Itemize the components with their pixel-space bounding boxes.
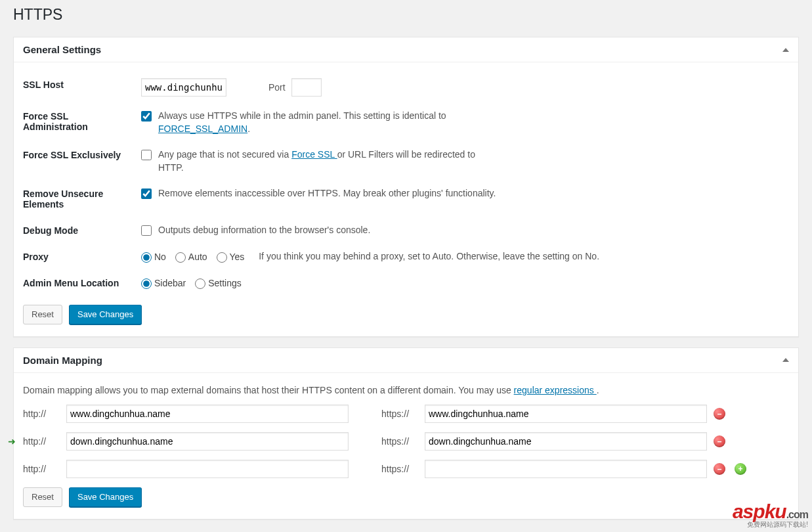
general-settings-panel: General Settings SSL Host Port Force SSL… [13,37,799,337]
https-domain-input[interactable] [425,405,707,423]
http-domain-input[interactable] [66,432,349,451]
reset-button[interactable]: Reset [23,305,62,324]
admin-menu-sidebar-label: Sidebar [154,278,186,288]
remove-row-icon[interactable]: – [714,463,725,475]
remove-row-icon[interactable]: – [714,408,725,420]
http-label: http:// [23,409,60,419]
https-domain-input[interactable] [425,432,707,451]
add-row-icon[interactable]: + [735,463,746,475]
force-ssl-excl-desc: Any page that is not secured via Force S… [158,148,500,174]
domain-mapping-panel: Domain Mapping Domain mapping allows you… [13,347,799,520]
reset-button[interactable]: Reset [23,487,62,507]
https-label: https:// [381,464,418,474]
remove-row-icon[interactable]: – [714,435,725,447]
ssl-host-input[interactable] [141,78,226,97]
domain-mapping-desc: Domain mapping allows you to map externa… [23,382,789,405]
remove-unsecure-desc: Remove elements inaccessible over HTTPS.… [158,187,496,200]
https-label: https:// [381,436,418,447]
collapse-icon[interactable] [782,48,789,52]
force-ssl-admin-checkbox[interactable] [141,111,152,122]
admin-menu-settings-radio[interactable] [195,278,205,289]
force-ssl-excl-label: Force SSL Exclusively [23,142,141,181]
admin-menu-settings-label: Settings [208,278,242,288]
page-title: HTTPS [13,0,799,26]
cursor-arrow-icon: ➜ [8,436,16,447]
proxy-auto-radio[interactable] [175,252,186,263]
http-domain-input[interactable] [66,460,349,478]
force-ssl-admin-label: Force SSL Administration [23,103,141,142]
proxy-auto-label: Auto [188,252,207,262]
domain-mapping-row: http:// https:// – [23,432,789,451]
http-domain-input[interactable] [66,405,349,423]
port-label: Port [268,82,286,93]
remove-unsecure-checkbox[interactable] [141,188,152,199]
force-ssl-excl-checkbox[interactable] [141,150,152,160]
domain-mapping-row: http:// https:// – [23,405,789,423]
regex-link[interactable]: regular expressions [514,385,597,395]
port-input[interactable] [291,78,322,97]
domain-mapping-row: http:// https:// – + [23,460,789,478]
force-ssl-admin-link[interactable]: FORCE_SSL_ADMIN [158,123,247,134]
force-ssl-link[interactable]: Force SSL [291,149,337,160]
http-label: http:// [23,436,60,447]
proxy-no-radio[interactable] [141,252,152,263]
force-ssl-admin-desc: Always use HTTPS while in the admin pane… [158,110,500,135]
panel-header[interactable]: Domain Mapping [14,348,798,373]
proxy-label: Proxy [23,244,141,270]
proxy-hint: If you think you may behind a proxy, set… [259,251,599,261]
admin-menu-label: Admin Menu Location [23,270,141,296]
panel-header[interactable]: General Settings [14,37,798,62]
remove-unsecure-label: Remove Unsecure Elements [23,181,141,217]
collapse-icon[interactable] [782,358,789,362]
https-label: https:// [381,409,418,419]
http-label: http:// [23,464,60,474]
debug-mode-label: Debug Mode [23,217,141,244]
ssl-host-label: SSL Host [23,72,141,103]
debug-mode-checkbox[interactable] [141,225,152,236]
debug-mode-desc: Outputs debug information to the browser… [158,224,370,237]
save-button[interactable]: Save Changes [69,305,142,324]
proxy-no-label: No [154,252,166,262]
panel-title: General Settings [23,44,101,55]
https-domain-input[interactable] [425,460,707,478]
save-button[interactable]: Save Changes [69,487,142,507]
proxy-yes-radio[interactable] [217,252,227,263]
proxy-yes-label: Yes [230,252,245,262]
panel-title: Domain Mapping [23,355,102,366]
admin-menu-sidebar-radio[interactable] [141,278,152,289]
